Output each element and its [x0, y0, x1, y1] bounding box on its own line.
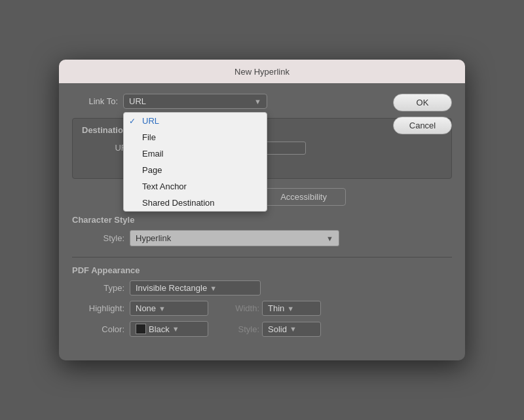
- pdf-width-select[interactable]: Thin ▼: [262, 301, 321, 316]
- pdf-color-label: Color:: [72, 324, 124, 334]
- pdf-style-chevron-icon: ▼: [290, 325, 297, 333]
- pdf-line-style-select[interactable]: Solid ▼: [262, 322, 321, 337]
- new-hyperlink-dialog: New Hyperlink OK Cancel Link To: URL ▼ ✓…: [59, 60, 465, 360]
- pdf-appearance-grid: Type: Invisible Rectangle ▼ Highlight: N…: [72, 280, 452, 337]
- pdf-highlight-label: Highlight:: [72, 303, 124, 313]
- tab-accessibility[interactable]: Accessibility: [261, 188, 346, 206]
- pdf-type-row: Type: Invisible Rectangle ▼: [72, 280, 452, 296]
- link-to-chevron-icon: ▼: [254, 98, 261, 105]
- divider: [72, 257, 452, 258]
- dropdown-item-email[interactable]: ✓ Email: [124, 145, 267, 162]
- pdf-appearance-title: PDF Appearance: [72, 265, 452, 275]
- character-style-section: Character Style Style: Hyperlink ▼: [72, 215, 452, 246]
- pdf-highlight-chevron-icon: ▼: [159, 305, 166, 313]
- pdf-highlight-row: Highlight: None ▼ Width: Thin ▼: [72, 301, 452, 316]
- dialog-titlebar: New Hyperlink: [59, 60, 465, 83]
- dropdown-item-shared-destination[interactable]: ✓ Shared Destination: [124, 195, 267, 211]
- pdf-highlight-select[interactable]: None ▼: [130, 301, 208, 316]
- checkmark-icon: ✓: [129, 117, 136, 126]
- dropdown-item-url[interactable]: ✓ URL: [124, 113, 267, 129]
- pdf-type-label: Type:: [72, 283, 124, 293]
- pdf-style-pair: Style: Solid ▼: [227, 322, 321, 337]
- pdf-type-select[interactable]: Invisible Rectangle ▼: [130, 280, 261, 296]
- style-select[interactable]: Hyperlink ▼: [130, 230, 339, 246]
- style-label: Style:: [72, 233, 124, 243]
- pdf-width-label: Width:: [227, 303, 259, 313]
- link-to-value: URL: [129, 96, 250, 106]
- dropdown-item-text-anchor[interactable]: ✓ Text Anchor: [124, 178, 267, 195]
- pdf-color-select[interactable]: Black ▼: [130, 321, 208, 337]
- style-select-chevron-icon: ▼: [326, 235, 333, 242]
- link-to-select[interactable]: URL ▼: [123, 94, 267, 109]
- dialog-title: New Hyperlink: [234, 67, 290, 77]
- pdf-width-chevron-icon: ▼: [287, 305, 294, 313]
- style-row: Style: Hyperlink ▼: [72, 230, 452, 246]
- pdf-color-row: Color: Black ▼ Style: Solid ▼: [72, 321, 452, 337]
- style-value: Hyperlink: [136, 233, 322, 243]
- link-to-row: Link To: URL ▼ ✓ URL ✓ File ✓ Email: [72, 94, 452, 109]
- pdf-style-label: Style:: [227, 324, 259, 334]
- character-style-title: Character Style: [72, 215, 452, 225]
- pdf-type-chevron-icon: ▼: [210, 284, 217, 292]
- link-to-label: Link To:: [72, 96, 118, 106]
- pdf-appearance-section: PDF Appearance Type: Invisible Rectangle…: [72, 265, 452, 337]
- pdf-color-chevron-icon: ▼: [172, 325, 179, 333]
- dialog-body: OK Cancel Link To: URL ▼ ✓ URL ✓ File: [59, 83, 465, 360]
- color-swatch-icon: [136, 324, 146, 334]
- dropdown-item-page[interactable]: ✓ Page: [124, 162, 267, 178]
- link-to-dropdown-menu: ✓ URL ✓ File ✓ Email ✓ Page ✓ Text Anc: [123, 112, 267, 212]
- cancel-button[interactable]: Cancel: [393, 117, 452, 134]
- pdf-width-pair: Width: Thin ▼: [227, 301, 321, 316]
- dropdown-item-file[interactable]: ✓ File: [124, 129, 267, 145]
